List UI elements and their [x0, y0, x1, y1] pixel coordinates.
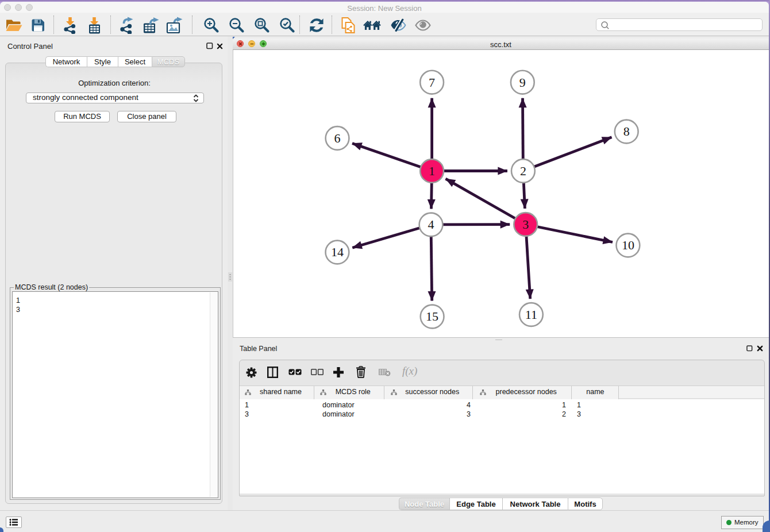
svg-text:14: 14: [330, 245, 343, 259]
svg-text:8: 8: [623, 124, 629, 138]
svg-text:15: 15: [426, 309, 438, 323]
svg-text:1: 1: [429, 164, 435, 178]
svg-text:10: 10: [621, 238, 634, 252]
svg-text:2: 2: [519, 164, 526, 178]
svg-text:6: 6: [334, 131, 340, 145]
svg-text:7: 7: [429, 75, 435, 90]
svg-text:4: 4: [428, 217, 434, 232]
svg-text:11: 11: [525, 307, 537, 322]
svg-text:3: 3: [522, 217, 529, 232]
svg-text:9: 9: [519, 75, 525, 90]
